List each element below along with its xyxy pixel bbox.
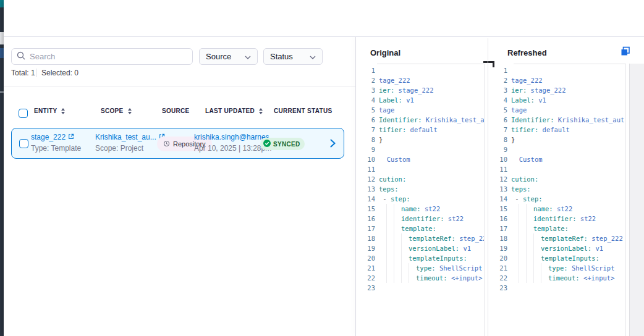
line-number: 17 — [355, 224, 375, 233]
indent-guide — [519, 253, 526, 263]
indent-guide — [541, 263, 548, 273]
indent-guide — [386, 204, 394, 214]
indent-lead — [379, 263, 386, 273]
code-token: identifier: — [401, 214, 444, 224]
column-header-source: SOURCE — [162, 107, 190, 114]
code-line: 11 — [355, 164, 484, 174]
entity-link[interactable]: stage_222 — [31, 133, 66, 141]
source-filter-label: Source — [206, 52, 231, 61]
indent-guide — [401, 243, 409, 253]
column-header-label: CURRENT STATUS — [274, 107, 332, 114]
column-header-scope[interactable]: SCOPE — [101, 107, 132, 114]
indent-guide — [526, 273, 533, 283]
row-checkbox[interactable] — [19, 139, 28, 148]
line-number: 5 — [355, 105, 375, 115]
table-row[interactable]: stage_222 Type: Template Krishika_test_a… — [11, 128, 344, 159]
sort-icon[interactable] — [259, 108, 263, 114]
search-input[interactable] — [30, 52, 187, 61]
scope-detail: Scope: Project — [95, 144, 165, 153]
code-token: template: — [401, 224, 436, 233]
refreshed-code-editor[interactable]: 12tage_2223ier: stage_2224Label: v15tage… — [488, 65, 626, 336]
indent-guide — [526, 214, 533, 224]
indent-guide — [526, 243, 533, 253]
indent-guide — [533, 263, 541, 273]
original-code-editor[interactable]: 12tage_2223ier: stage_2224Label: v15tage… — [355, 65, 484, 336]
editor-top-border — [514, 64, 625, 64]
line-number: 22 — [488, 273, 507, 283]
source-filter-dropdown[interactable]: Source — [199, 48, 258, 65]
code-line: 8} — [488, 135, 626, 145]
original-panel-title: Original — [370, 48, 400, 57]
line-number: 14 — [355, 194, 375, 204]
code-line: 4Label: v1 — [488, 95, 626, 105]
code-token: ShellScript — [568, 263, 615, 273]
indent-guide — [409, 273, 416, 283]
line-number: 20 — [488, 253, 507, 263]
column-header-entity[interactable]: ENTITY — [34, 107, 65, 114]
referencing-entities-modal: Referencing Entities of step_222 v1 STAB… — [0, 0, 644, 336]
indent-lead — [511, 233, 519, 243]
total-count: Total: 1 — [11, 69, 35, 77]
code-line: 2tage_222 — [355, 75, 484, 85]
indent-guide — [401, 273, 409, 283]
status-badge-label: SYNCED — [273, 141, 300, 148]
scope-link[interactable]: Krishika_test_au... — [95, 133, 156, 141]
copy-icon[interactable] — [621, 46, 630, 59]
refreshed-panel-title: Refreshed — [507, 48, 547, 57]
indent-lead — [379, 204, 386, 214]
indent-guide — [394, 214, 401, 224]
column-header-last-updated[interactable]: LAST UPDATED — [205, 107, 263, 114]
external-link-icon[interactable] — [68, 133, 74, 141]
line-number: 4 — [355, 95, 375, 105]
code-token: templateRef: — [541, 233, 588, 243]
code-token: step: — [523, 194, 543, 204]
sort-icon[interactable] — [128, 108, 132, 114]
code-token: stage_222 — [394, 85, 433, 95]
code-token: name: — [401, 204, 421, 214]
sort-icon[interactable] — [61, 108, 65, 114]
indent-guide — [526, 253, 533, 263]
line-number: 17 — [488, 224, 507, 233]
line-number: 18 — [355, 233, 375, 243]
code-token: v1 — [535, 95, 546, 105]
code-token: stage_222 — [527, 85, 566, 95]
indent-guide — [519, 273, 526, 283]
search-icon — [17, 51, 25, 62]
indent-lead — [511, 273, 519, 283]
code-line: 23 — [488, 283, 626, 293]
status-filter-label: Status — [270, 52, 293, 61]
code-line: 7tifier: default — [355, 125, 484, 135]
section-divider — [4, 86, 355, 87]
code-token: st22 — [553, 204, 573, 214]
indent-guide — [526, 204, 533, 214]
indent-lead — [511, 214, 519, 224]
code-line: 12cution: — [355, 174, 484, 184]
code-token: type: — [548, 263, 568, 273]
indent-guide — [526, 224, 533, 233]
code-token: ShellScript — [436, 263, 483, 273]
line-number: 2 — [488, 75, 507, 85]
code-line: 22timeout: <+input> — [488, 273, 626, 283]
code-token: tage — [511, 105, 527, 115]
code-line: 16identifier: st22 — [488, 214, 626, 224]
line-number: 10 — [355, 154, 375, 164]
line-number: 12 — [488, 174, 507, 184]
line-number: 6 — [355, 115, 375, 125]
code-line: 3ier: stage_222 — [355, 85, 484, 95]
indent-guide — [394, 263, 401, 273]
summary-divider — [36, 69, 36, 77]
code-token: Identifier: — [511, 115, 554, 125]
code-line: 19versionLabel: v1 — [488, 243, 626, 253]
line-number: 12 — [355, 174, 375, 184]
code-token: timeout: — [548, 273, 580, 283]
status-filter-dropdown[interactable]: Status — [263, 48, 323, 65]
code-line: 20templateInputs: — [488, 253, 626, 263]
chevron-down-icon — [310, 52, 316, 61]
indent-guide — [401, 233, 409, 243]
code-token: tage_222 — [511, 75, 543, 85]
line-number: 7 — [355, 125, 375, 135]
code-line: 2tage_222 — [488, 75, 626, 85]
indent-guide — [386, 253, 394, 263]
chevron-right-icon[interactable] — [330, 139, 336, 150]
code-token: tage_222 — [379, 75, 410, 85]
